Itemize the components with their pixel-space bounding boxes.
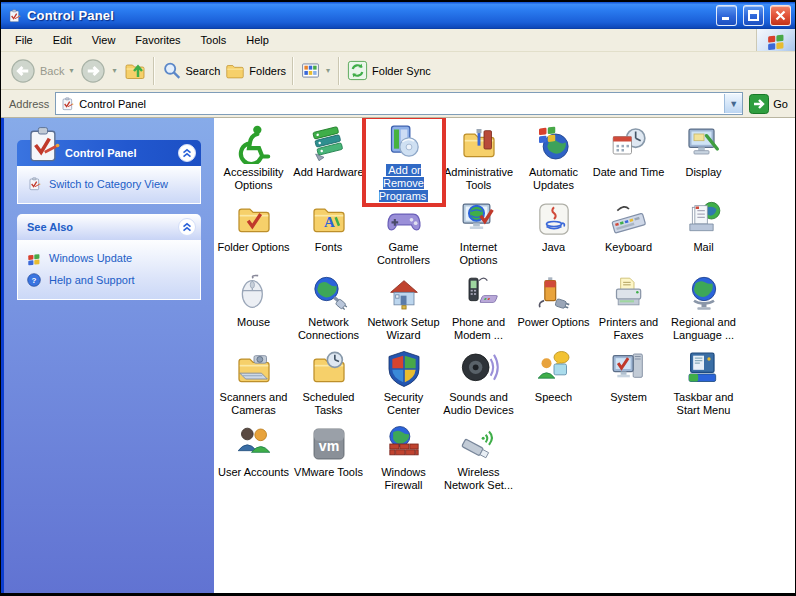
item-label: Mouse bbox=[237, 316, 270, 329]
control-panel-item-add-or-remove-programs[interactable]: Add or Remove Programs bbox=[366, 122, 441, 197]
svg-text:?: ? bbox=[32, 276, 37, 285]
control-panel-item-power-options[interactable]: Power Options bbox=[516, 272, 591, 347]
panel-title: Control Panel bbox=[65, 147, 137, 159]
control-panel-item-mouse[interactable]: Mouse bbox=[216, 272, 291, 347]
collapse-chevron-icon[interactable] bbox=[178, 144, 196, 162]
security-center-icon bbox=[381, 347, 427, 389]
vmware-tools-icon: vm bbox=[306, 422, 352, 464]
back-button[interactable]: Back ▾ bbox=[7, 57, 77, 85]
menu-bar: FileEditViewFavoritesToolsHelp bbox=[1, 29, 795, 52]
control-panel-item-wireless-network-set[interactable]: Wireless Network Set... bbox=[441, 422, 516, 497]
control-panel-item-taskbar-and-start-menu[interactable]: Taskbar and Start Menu bbox=[666, 347, 741, 422]
java-icon bbox=[531, 197, 577, 239]
game-controllers-icon bbox=[381, 197, 427, 239]
control-panel-item-fonts[interactable]: AFonts bbox=[291, 197, 366, 272]
search-label: Search bbox=[186, 65, 221, 77]
minimize-button[interactable] bbox=[716, 5, 737, 26]
back-label: Back bbox=[40, 65, 64, 77]
phone-modem-icon bbox=[456, 272, 502, 314]
network-setup-wizard-icon bbox=[381, 272, 427, 314]
control-panel-item-accessibility-options[interactable]: Accessibility Options bbox=[216, 122, 291, 197]
control-panel-item-game-controllers[interactable]: Game Controllers bbox=[366, 197, 441, 272]
item-label: Accessibility Options bbox=[217, 166, 291, 192]
go-label[interactable]: Go bbox=[773, 98, 788, 110]
svg-text:vm: vm bbox=[318, 438, 338, 454]
menu-item-edit[interactable]: Edit bbox=[43, 31, 82, 49]
control-panel-item-add-hardware[interactable]: Add Hardware bbox=[291, 122, 366, 197]
search-icon bbox=[161, 60, 183, 82]
item-label: Sounds and Audio Devices bbox=[442, 391, 516, 417]
address-dropdown-button[interactable]: ▼ bbox=[724, 94, 742, 113]
control-panel-item-user-accounts[interactable]: User Accounts bbox=[216, 422, 291, 497]
control-panel-item-keyboard[interactable]: Keyboard bbox=[591, 197, 666, 272]
fonts-icon: A bbox=[306, 197, 352, 239]
close-button[interactable] bbox=[770, 5, 791, 26]
forward-dropdown-icon[interactable]: ▾ bbox=[112, 66, 116, 75]
control-panel-item-printers-and-faxes[interactable]: Printers and Faxes bbox=[591, 272, 666, 347]
item-label: Add Hardware bbox=[293, 166, 363, 179]
address-value[interactable]: Control Panel bbox=[79, 98, 720, 110]
control-panel-item-java[interactable]: Java bbox=[516, 197, 591, 272]
control-panel-item-vmware-tools[interactable]: vmVMware Tools bbox=[291, 422, 366, 497]
control-panel-item-sounds-and-audio-devices[interactable]: Sounds and Audio Devices bbox=[441, 347, 516, 422]
views-button[interactable]: ▾ bbox=[298, 60, 334, 81]
control-panel-item-windows-firewall[interactable]: Windows Firewall bbox=[366, 422, 441, 497]
window-title: Control Panel bbox=[27, 8, 710, 23]
control-panel-item-internet-options[interactable]: Internet Options bbox=[441, 197, 516, 272]
go-button[interactable] bbox=[749, 94, 769, 114]
sidebar-link-windows-update[interactable]: Windows Update bbox=[26, 247, 196, 269]
windows-update-icon bbox=[26, 250, 42, 266]
up-button[interactable] bbox=[121, 59, 149, 83]
item-label: Keyboard bbox=[605, 241, 652, 254]
control-panel-panel-header[interactable]: Control Panel bbox=[17, 140, 201, 166]
control-panel-item-regional-and-language[interactable]: Regional and Language ... bbox=[666, 272, 741, 347]
collapse-chevron-icon[interactable] bbox=[178, 218, 196, 236]
network-connections-icon bbox=[306, 272, 352, 314]
maximize-button[interactable] bbox=[743, 5, 764, 26]
item-label: Speech bbox=[535, 391, 572, 404]
back-dropdown-icon[interactable]: ▾ bbox=[69, 66, 73, 75]
control-panel-item-phone-and-modem[interactable]: Phone and Modem ... bbox=[441, 272, 516, 347]
control-panel-item-date-and-time[interactable]: Date and Time bbox=[591, 122, 666, 197]
menu-item-view[interactable]: View bbox=[82, 31, 126, 49]
search-button[interactable]: Search bbox=[159, 60, 223, 82]
control-panel-item-scanners-and-cameras[interactable]: Scanners and Cameras bbox=[216, 347, 291, 422]
address-combo[interactable]: Control Panel ▼ bbox=[55, 92, 743, 115]
menu-item-help[interactable]: Help bbox=[236, 31, 279, 49]
control-panel-item-network-setup-wizard[interactable]: Network Setup Wizard bbox=[366, 272, 441, 347]
forward-button[interactable]: ▾ bbox=[77, 57, 120, 85]
control-panel-item-system[interactable]: System bbox=[591, 347, 666, 422]
control-panel-item-scheduled-tasks[interactable]: Scheduled Tasks bbox=[291, 347, 366, 422]
control-panel-grid: Accessibility OptionsAdd HardwareAdd or … bbox=[216, 122, 741, 497]
control-panel-item-mail[interactable]: Mail bbox=[666, 197, 741, 272]
control-panel-item-automatic-updates[interactable]: Automatic Updates bbox=[516, 122, 591, 197]
sidebar-link-switch-to-category-view[interactable]: Switch to Category View bbox=[26, 173, 196, 195]
window-icon bbox=[6, 8, 22, 24]
menu-item-file[interactable]: File bbox=[5, 31, 43, 49]
folder-sync-button[interactable]: Folder Sync bbox=[344, 59, 433, 82]
see-also-panel-header[interactable]: See Also bbox=[17, 214, 201, 240]
sidebar-link-label: Switch to Category View bbox=[49, 178, 168, 190]
menu-item-tools[interactable]: Tools bbox=[191, 31, 237, 49]
item-label: Fonts bbox=[315, 241, 343, 254]
date-time-icon bbox=[606, 122, 652, 164]
menu-item-favorites[interactable]: Favorites bbox=[125, 31, 190, 49]
user-accounts-icon bbox=[231, 422, 277, 464]
control-panel-item-administrative-tools[interactable]: Administrative Tools bbox=[441, 122, 516, 197]
views-dropdown-icon[interactable]: ▾ bbox=[326, 66, 330, 75]
item-label: Administrative Tools bbox=[442, 166, 516, 192]
item-label: Mail bbox=[693, 241, 713, 254]
control-panel-item-folder-options[interactable]: Folder Options bbox=[216, 197, 291, 272]
sidebar-link-help-and-support[interactable]: ?Help and Support bbox=[26, 269, 196, 291]
folders-label: Folders bbox=[249, 65, 286, 77]
control-panel-item-network-connections[interactable]: Network Connections bbox=[291, 272, 366, 347]
control-panel-item-speech[interactable]: Speech bbox=[516, 347, 591, 422]
speech-icon bbox=[531, 347, 577, 389]
toolbar: Back ▾ ▾ Search Folders ▾ Folder Sync bbox=[1, 52, 795, 90]
control-panel-item-display[interactable]: Display bbox=[666, 122, 741, 197]
control-panel-item-security-center[interactable]: Security Center bbox=[366, 347, 441, 422]
forward-icon bbox=[79, 57, 107, 85]
wireless-network-icon bbox=[456, 422, 502, 464]
folder-options-icon bbox=[231, 197, 277, 239]
folders-button[interactable]: Folders bbox=[222, 60, 288, 82]
